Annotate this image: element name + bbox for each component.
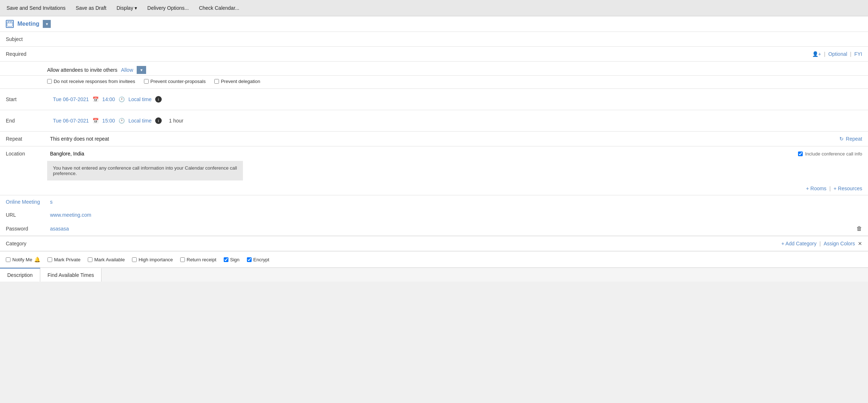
encrypt-label[interactable]: Encrypt (247, 257, 269, 262)
check-calendar-button[interactable]: Check Calendar... (198, 4, 240, 12)
encrypt-checkbox[interactable] (247, 257, 252, 262)
attendees-options: Allow attendees to invite others Allow ▼ (0, 62, 868, 76)
online-meeting-row: Online Meeting s (0, 195, 868, 208)
category-input[interactable] (50, 241, 487, 246)
location-input[interactable] (50, 151, 497, 157)
start-row: Start Tue 06-07-2021 📅 14:00 🕐 Local tim… (0, 89, 868, 110)
url-label: URL (0, 209, 47, 221)
online-meeting-s: s (50, 199, 53, 205)
allow-dropdown-button[interactable]: ▼ (137, 66, 146, 74)
add-required-icon[interactable]: 👤+ (812, 51, 821, 57)
end-timezone[interactable]: Local time (128, 118, 152, 124)
high-importance-text: High importance (139, 257, 173, 262)
mark-available-checkbox[interactable] (88, 257, 92, 262)
end-time[interactable]: 15:00 (102, 118, 115, 124)
online-meeting-label: Online Meeting (0, 196, 47, 208)
online-section: Online Meeting s URL www.meeting.com Pas… (0, 195, 868, 236)
repeat-link[interactable]: Repeat (846, 136, 862, 142)
sign-text: Sign (230, 257, 240, 262)
meeting-dropdown-button[interactable]: ▼ (43, 20, 51, 28)
url-row: URL www.meeting.com (0, 208, 868, 221)
description-tabs: Description Find Available Times (0, 267, 868, 282)
start-info-icon[interactable]: i (155, 96, 162, 103)
no-response-label: Do not receive responses from invitees (54, 79, 135, 84)
rooms-link[interactable]: + Rooms (806, 186, 826, 191)
close-category-icon[interactable]: ✕ (858, 241, 862, 246)
allow-link[interactable]: Allow (121, 67, 133, 73)
notify-me-label[interactable]: Notify Me 🔔 (6, 257, 40, 262)
allow-dropdown-container: ▼ (137, 66, 146, 74)
start-datetime: Tue 06-07-2021 📅 14:00 🕐 Local time i (50, 92, 165, 106)
location-label: Location (0, 146, 47, 161)
meeting-title[interactable]: Meeting (17, 21, 39, 27)
repeat-text: This entry does not repeat (50, 136, 109, 142)
fyi-link[interactable]: FYI (854, 51, 862, 57)
required-input[interactable] (50, 51, 505, 57)
repeat-icon: ↻ (839, 136, 844, 142)
prevent-delegation-checkbox[interactable] (214, 79, 219, 84)
prevent-counter-checkbox[interactable] (144, 79, 149, 84)
location-main: Location Include conference call info (0, 146, 868, 161)
url-link[interactable]: www.meeting.com (50, 212, 91, 218)
sign-label[interactable]: Sign (224, 257, 240, 262)
mark-private-checkbox[interactable] (47, 257, 52, 262)
sign-checkbox[interactable] (224, 257, 228, 262)
attendees-checkboxes-row: Do not receive responses from invitees P… (0, 76, 868, 89)
svg-rect-0 (7, 22, 13, 26)
add-category-link[interactable]: + Add Category (781, 241, 817, 246)
rooms-resources: + Rooms | + Resources (0, 183, 868, 195)
high-importance-label[interactable]: High importance (132, 257, 173, 262)
return-receipt-checkbox[interactable] (180, 257, 185, 262)
resources-link[interactable]: + Resources (834, 186, 862, 191)
mark-available-label[interactable]: Mark Available (88, 257, 125, 262)
delivery-options-button[interactable]: Delivery Options... (146, 4, 189, 12)
prevent-delegation-checkbox-label[interactable]: Prevent delegation (214, 79, 260, 84)
prevent-counter-checkbox-label[interactable]: Prevent counter-proposals (144, 79, 206, 84)
start-clock-icon[interactable]: 🕐 (119, 96, 125, 102)
start-date[interactable]: Tue 06-07-2021 (53, 96, 89, 102)
end-date[interactable]: Tue 06-07-2021 (53, 118, 89, 124)
start-value: Tue 06-07-2021 📅 14:00 🕐 Local time i (47, 89, 868, 110)
end-info-icon[interactable]: i (155, 117, 162, 124)
find-times-tab[interactable]: Find Available Times (40, 268, 102, 282)
optional-link[interactable]: Optional (828, 51, 847, 57)
main-content: Meeting ▼ Subject Required 👤+ | Optional… (0, 16, 868, 282)
notify-me-text: Notify Me (12, 257, 32, 262)
conf-note: You have not entered any conference call… (47, 161, 243, 180)
start-timezone[interactable]: Local time (128, 96, 152, 102)
category-value[interactable] (47, 236, 781, 251)
end-row: End Tue 06-07-2021 📅 15:00 🕐 Local time … (0, 110, 868, 132)
return-receipt-label[interactable]: Return receipt (180, 257, 216, 262)
subject-row: Subject (0, 32, 868, 47)
mark-private-text: Mark Private (54, 257, 80, 262)
no-response-checkbox-label[interactable]: Do not receive responses from invitees (47, 79, 135, 84)
subject-value[interactable] (47, 32, 868, 46)
save-draft-button[interactable]: Save as Draft (75, 4, 107, 12)
prevent-counter-label: Prevent counter-proposals (150, 79, 206, 84)
category-right: + Add Category | Assign Colors ✕ (781, 236, 868, 251)
description-tab[interactable]: Description (0, 268, 40, 282)
password-label: Password (0, 223, 47, 234)
start-calendar-icon[interactable]: 📅 (92, 96, 99, 102)
notify-me-checkbox[interactable] (6, 257, 11, 262)
end-clock-icon[interactable]: 🕐 (119, 118, 125, 124)
no-response-checkbox[interactable] (47, 79, 52, 84)
delete-password-icon[interactable]: 🗑 (856, 225, 868, 232)
end-calendar-icon[interactable]: 📅 (92, 118, 99, 124)
required-value[interactable] (47, 47, 812, 61)
assign-colors-link[interactable]: Assign Colors (824, 241, 855, 246)
include-conf-checkbox[interactable] (798, 151, 803, 156)
save-send-button[interactable]: Save and Send Invitations (6, 4, 66, 12)
online-meeting-link[interactable]: Online Meeting (6, 199, 40, 205)
high-importance-checkbox[interactable] (132, 257, 137, 262)
password-row: Password asasasa 🗑 (0, 221, 868, 236)
category-row: Category + Add Category | Assign Colors … (0, 236, 868, 251)
subject-input[interactable] (50, 36, 865, 42)
mark-private-label[interactable]: Mark Private (47, 257, 80, 262)
include-conf-container: Include conference call info (798, 151, 868, 157)
display-button[interactable]: Display ▾ (116, 4, 138, 12)
allow-attendees-text: Allow attendees to invite others (47, 67, 117, 73)
start-time[interactable]: 14:00 (102, 96, 115, 102)
url-value: www.meeting.com (47, 208, 868, 221)
repeat-row: Repeat This entry does not repeat ↻ Repe… (0, 132, 868, 146)
